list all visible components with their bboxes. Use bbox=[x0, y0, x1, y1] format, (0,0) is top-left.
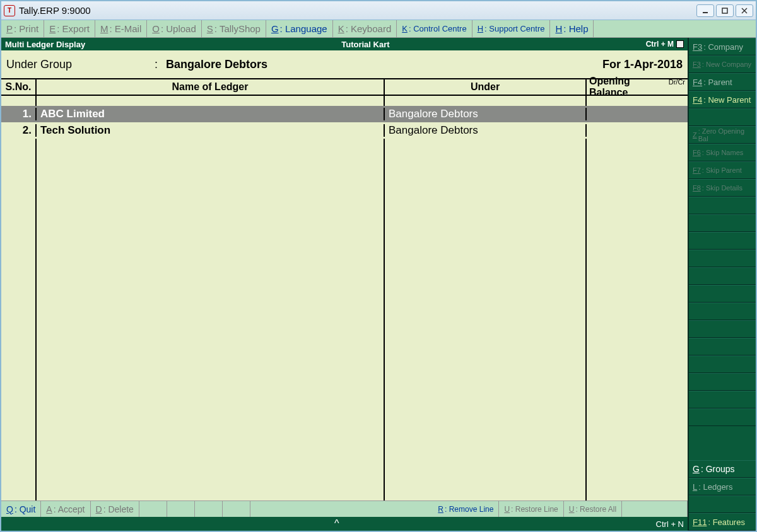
period-date: For 1-Apr-2018 bbox=[602, 58, 683, 71]
side-new-company[interactable]: F3: New Company bbox=[689, 55, 756, 73]
action-remove-line[interactable]: R: Remove Line bbox=[433, 501, 499, 517]
content-wrap: Multi Ledger Display Tutorial Kart Ctrl … bbox=[1, 38, 756, 531]
bottom-menu-bar: Q: QuitA: AcceptD: DeleteR: Remove LineU… bbox=[1, 500, 688, 517]
close-button[interactable] bbox=[736, 4, 753, 17]
menu-keyboard[interactable]: K: Keyboard bbox=[333, 20, 397, 37]
side-empty bbox=[689, 495, 756, 513]
menu-e-mail[interactable]: M: E-Mail bbox=[95, 20, 147, 37]
table-body: 1.ABC LimitedBangalore Debtors2.Tech Sol… bbox=[1, 96, 688, 500]
main-area: Multi Ledger Display Tutorial Kart Ctrl … bbox=[1, 38, 688, 531]
side-zero-opening-bal[interactable]: Z: Zero Opening Bal bbox=[689, 126, 756, 144]
menu-support-centre[interactable]: H: Support Centre bbox=[472, 20, 551, 37]
window-title: Tally.ERP 9:9000 bbox=[19, 5, 696, 16]
menu-export[interactable]: E: Export bbox=[44, 20, 95, 37]
calculator-bar: ^ Ctrl + N bbox=[1, 517, 688, 531]
shortcut-label: Ctrl + M bbox=[646, 40, 684, 49]
company-name: Tutorial Kart bbox=[85, 40, 646, 49]
menu-print[interactable]: P: Print bbox=[1, 20, 44, 37]
action-restore-all[interactable]: U: Restore All bbox=[564, 501, 622, 517]
expand-icon[interactable]: ^ bbox=[18, 518, 656, 529]
side-new-parent[interactable]: F4: New Parent bbox=[689, 91, 756, 108]
titlebar: T Tally.ERP 9:9000 bbox=[1, 1, 756, 20]
maximize-button[interactable] bbox=[716, 4, 734, 17]
side-empty bbox=[689, 108, 756, 126]
action-delete[interactable]: D: Delete bbox=[91, 501, 139, 517]
under-group-value[interactable]: Bangalore Debtors bbox=[166, 58, 602, 71]
side-groups[interactable]: G: Groups bbox=[689, 460, 756, 478]
side-parent[interactable]: F4: Parent bbox=[689, 73, 756, 91]
table-row[interactable]: 2.Tech SolutionBangalore Debtors bbox=[1, 122, 688, 139]
config-box-icon[interactable] bbox=[676, 40, 684, 48]
side-skip-parent[interactable]: F7: Skip Parent bbox=[689, 161, 756, 179]
menu-language[interactable]: G: Language bbox=[266, 20, 333, 37]
footer-shortcut: Ctrl + N bbox=[656, 519, 684, 529]
col-header-under: Under bbox=[385, 79, 587, 95]
button-bar: F3: CompanyF3: New CompanyF4: ParentF4: … bbox=[688, 38, 756, 531]
col-header-sno: S.No. bbox=[1, 79, 37, 95]
side-company[interactable]: F3: Company bbox=[689, 38, 756, 55]
minimize-button[interactable] bbox=[696, 4, 714, 17]
side-skip-names[interactable]: F6: Skip Names bbox=[689, 144, 756, 161]
menu-upload[interactable]: O: Upload bbox=[147, 20, 202, 37]
side-skip-details[interactable]: F8: Skip Details bbox=[689, 179, 756, 197]
table-header: S.No. Name of Ledger Under Opening Balan… bbox=[1, 78, 688, 96]
screen-header: Multi Ledger Display Tutorial Kart Ctrl … bbox=[1, 38, 688, 50]
menu-help[interactable]: H: Help bbox=[550, 20, 594, 37]
under-group-row: Under Group : Bangalore Debtors For 1-Ap… bbox=[1, 50, 688, 78]
col-header-name: Name of Ledger bbox=[37, 79, 385, 95]
svg-rect-1 bbox=[722, 8, 727, 13]
action-restore-line[interactable]: U: Restore Line bbox=[499, 501, 563, 517]
app-icon: T bbox=[4, 5, 15, 16]
under-group-label: Under Group bbox=[6, 58, 155, 71]
side-ledgers[interactable]: L: Ledgers bbox=[689, 478, 756, 495]
window-controls bbox=[696, 4, 753, 17]
app-window: T Tally.ERP 9:9000 P: PrintE: ExportM: E… bbox=[0, 0, 757, 532]
action-quit[interactable]: Q: Quit bbox=[1, 501, 41, 517]
menu-tallyshop[interactable]: S: TallyShop bbox=[202, 20, 266, 37]
top-menu-bar: P: PrintE: ExportM: E-MailO: UploadS: Ta… bbox=[1, 20, 756, 38]
screen-name: Multi Ledger Display bbox=[5, 40, 85, 49]
side-features[interactable]: F11: Features bbox=[689, 513, 756, 531]
action-accept[interactable]: A: Accept bbox=[41, 501, 90, 517]
table-row[interactable]: 1.ABC LimitedBangalore Debtors bbox=[1, 106, 688, 122]
menu-control-centre[interactable]: K: Control Centre bbox=[397, 20, 472, 37]
